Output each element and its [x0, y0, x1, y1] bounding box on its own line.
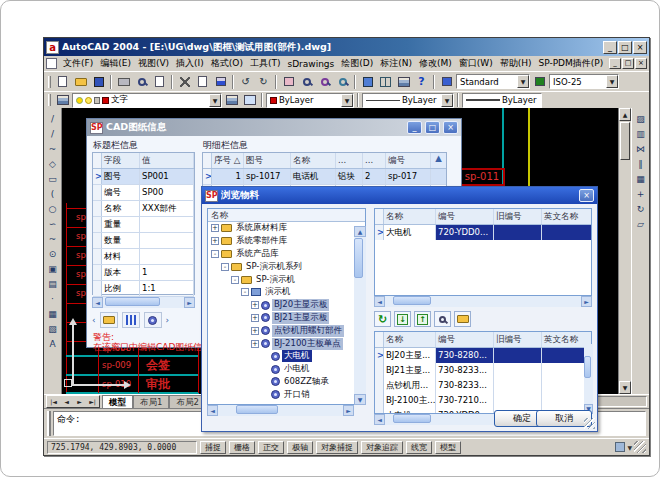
tab-model[interactable]: 模型 [102, 395, 133, 408]
tree-item[interactable]: - SP-演示机系列 [208, 260, 365, 273]
chevron-right-icon[interactable]: › [166, 315, 170, 325]
menu-window[interactable]: 窗口(W) [456, 57, 496, 70]
canvas-vertical-scrollbar[interactable]: ▲ ▼ [618, 108, 631, 394]
tree-item[interactable]: + BJ-2100主板单点 [208, 337, 365, 350]
scroll-left-icon[interactable]: ◄ [374, 296, 385, 307]
ortho-toggle[interactable]: 正交 [258, 441, 284, 454]
properties-icon[interactable] [377, 74, 394, 90]
spline-icon[interactable]: ~ [45, 231, 61, 246]
chevron-down-icon[interactable]: ▼ [441, 94, 453, 107]
plot-button[interactable] [115, 74, 132, 90]
tree-item[interactable]: + 系统原材料库 [208, 222, 365, 235]
menu-dimension[interactable]: 标注(N) [377, 57, 415, 70]
expander-icon[interactable]: + [251, 327, 259, 335]
info-dialog-titlebar[interactable]: SP CAD图纸信息 _ □ × [87, 119, 461, 136]
make-block-icon[interactable]: ▤ [45, 276, 61, 291]
table-row[interactable]: 名称 XXX部件 [93, 201, 194, 217]
scale-icon[interactable]: ▱ [633, 216, 649, 231]
status-menu-icon[interactable]: ▼ [627, 444, 632, 451]
column-header[interactable]: 图号 [244, 153, 291, 168]
expander-icon[interactable]: + [251, 301, 259, 309]
table-row[interactable]: 编号 SP00 [93, 185, 194, 201]
scroll-right-icon[interactable]: ► [343, 405, 354, 416]
toolbar-grip[interactable] [48, 94, 51, 106]
refresh-icon[interactable]: ↻ [374, 311, 391, 327]
column-header[interactable]: 字段 [102, 153, 140, 168]
paste-icon[interactable] [212, 74, 229, 90]
download-icon[interactable]: ↓ [394, 311, 411, 327]
menu-insert[interactable]: 插入(I) [173, 57, 207, 70]
circle-icon[interactable]: ○ [45, 201, 61, 216]
doc-minimize-button[interactable]: _ [609, 58, 621, 69]
erase-icon[interactable]: ▨ [633, 111, 649, 126]
tool-palettes-icon[interactable] [359, 74, 376, 90]
construction-line-icon[interactable]: / [45, 126, 61, 141]
close-button[interactable]: × [633, 41, 647, 54]
scroll-down-icon[interactable]: ▼ [354, 394, 366, 405]
scrollbar-thumb[interactable] [620, 122, 630, 160]
region-icon[interactable]: ▧ [45, 321, 61, 336]
revision-cloud-icon[interactable]: ∽ [45, 216, 61, 231]
fill-titleblock-button[interactable] [122, 312, 140, 328]
ellipse-icon[interactable]: ⊙ [45, 246, 61, 261]
table-row[interactable]: 点钞机用... 730-8233... [375, 378, 591, 393]
new-button[interactable] [54, 74, 71, 90]
save-button[interactable] [90, 74, 107, 90]
copy-icon[interactable] [194, 74, 211, 90]
column-header[interactable]: ... [336, 153, 363, 168]
tree-item[interactable]: - 演示机 [208, 286, 365, 299]
make-layer-current-icon[interactable] [223, 93, 240, 107]
help-icon[interactable]: ? [413, 74, 430, 90]
chevron-down-icon[interactable]: ▼ [606, 75, 618, 88]
menu-format[interactable]: 格式(O) [208, 57, 246, 70]
hatch-icon[interactable]: ▦ [45, 306, 61, 321]
tab-last-icon[interactable]: ►| [86, 396, 99, 407]
minimize-button[interactable]: _ [603, 41, 617, 54]
scrollbar-thumb[interactable] [105, 297, 160, 306]
table-row[interactable]: 比例 1:1 [93, 281, 194, 297]
chevron-down-icon[interactable]: ▼ [517, 75, 529, 88]
expander-icon[interactable]: + [251, 340, 259, 348]
line-icon[interactable]: / [45, 111, 61, 126]
table-row[interactable]: > 图号 SP001 [93, 169, 194, 185]
tab-prev-icon[interactable]: ◄ [60, 396, 73, 407]
copy-object-icon[interactable]: ▥ [633, 126, 649, 141]
layer-combo[interactable]: 文字 ▼ [72, 93, 222, 108]
scroll-down-icon[interactable]: ▼ [619, 381, 631, 394]
scroll-left-icon[interactable]: ◄ [92, 297, 103, 308]
title-bar[interactable]: a AutoCAD 2004 - [E:\UG\dwg\图框\测试用图(部件).… [44, 38, 649, 56]
table-row[interactable]: BJ21主显... 730-8233... [375, 363, 591, 378]
communication-center-icon[interactable] [615, 442, 625, 452]
open-folder-button[interactable] [100, 312, 118, 328]
scroll-up-icon[interactable]: ▲ [354, 226, 366, 237]
column-header[interactable]: 编号 [386, 153, 431, 168]
tab-first-icon[interactable]: |◄ [47, 396, 60, 407]
tree-item[interactable]: + 点钞机用螺钉部件 [208, 324, 365, 337]
offset-icon[interactable]: ∥ [633, 156, 649, 171]
zoom-previous-icon[interactable] [334, 74, 351, 90]
chevron-down-icon[interactable]: ▼ [341, 94, 353, 107]
table-row[interactable]: 材料 [93, 249, 194, 265]
table-row[interactable]: 数量 [93, 233, 194, 249]
menu-edit[interactable]: 编辑(E) [97, 57, 134, 70]
tree-item[interactable]: + BJ21主显示板 [208, 312, 365, 325]
doc-restore-button[interactable]: □ [622, 58, 634, 69]
model-space-toggle[interactable]: 模型 [435, 441, 461, 454]
scroll-up-icon[interactable]: ▲ [431, 153, 446, 168]
column-header[interactable]: 名称 [291, 153, 336, 168]
lineweight-toggle[interactable]: 线宽 [406, 441, 432, 454]
scroll-right-icon[interactable]: ► [184, 297, 195, 308]
column-header[interactable]: 旧编号 [494, 332, 542, 347]
designcenter-icon[interactable] [395, 74, 412, 90]
tree-item[interactable]: 608ZZ轴承 [208, 376, 365, 389]
zoom-realtime-icon[interactable] [298, 74, 315, 90]
menu-help[interactable]: 帮助(H) [497, 57, 535, 70]
tree-header[interactable]: 名称 [208, 209, 365, 222]
expander-icon[interactable]: + [211, 237, 219, 245]
menu-draw[interactable]: 绘图(D) [338, 57, 376, 70]
doc-close-button[interactable]: × [635, 58, 647, 69]
document-icon[interactable] [46, 58, 57, 69]
window-resize-grip[interactable] [634, 441, 646, 453]
multiline-text-icon[interactable]: A [45, 336, 61, 351]
array-icon[interactable]: ▦ [633, 171, 649, 186]
